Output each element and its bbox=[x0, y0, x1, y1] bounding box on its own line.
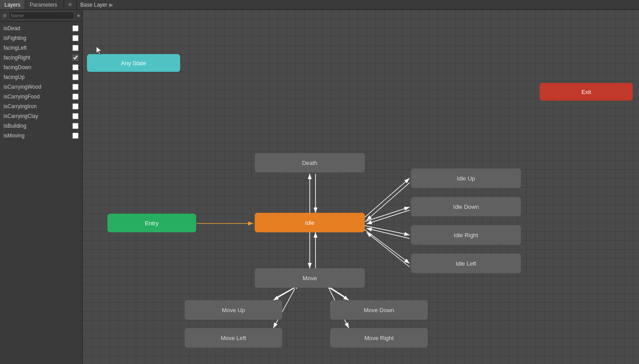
sidebar: ⊕ + isDeadisFightingfacingLeftfacingRigh… bbox=[0, 10, 83, 364]
idle-up-node[interactable]: Idle Up bbox=[411, 168, 521, 188]
main-layout: ⊕ + isDeadisFightingfacingLeftfacingRigh… bbox=[0, 10, 639, 364]
param-label-facingUp: facingUp bbox=[4, 74, 72, 80]
param-label-isMoving: isMoving bbox=[4, 133, 72, 139]
param-row-isCarryingClay: isCarryingClay bbox=[0, 111, 82, 121]
canvas-area[interactable]: Any State Exit Entry Idle Death Move Mov… bbox=[83, 10, 639, 364]
death-state-node[interactable]: Death bbox=[255, 153, 365, 172]
idle-state-node[interactable]: Idle bbox=[255, 213, 365, 232]
idle-down-node[interactable]: Idle Down bbox=[411, 197, 521, 216]
param-label-isDead: isDead bbox=[4, 25, 72, 31]
param-checkbox-isFighting[interactable] bbox=[72, 35, 79, 41]
param-checkbox-facingRight[interactable] bbox=[72, 55, 79, 61]
add-param-button[interactable]: + bbox=[76, 12, 81, 19]
param-row-isBuilding: isBuilding bbox=[0, 121, 82, 131]
tab-layers[interactable]: Layers bbox=[0, 0, 25, 9]
move-state-node[interactable]: Move bbox=[255, 268, 365, 288]
param-label-isBuilding: isBuilding bbox=[4, 123, 72, 129]
move-right-node[interactable]: Move Right bbox=[330, 328, 428, 348]
entry-state-node[interactable]: Entry bbox=[107, 214, 196, 232]
param-row-facingDown: facingDown bbox=[0, 63, 82, 72]
move-up-node[interactable]: Move Up bbox=[185, 300, 282, 320]
sidebar-search-bar: ⊕ + bbox=[0, 10, 82, 22]
move-left-node[interactable]: Move Left bbox=[185, 328, 282, 348]
param-label-isCarryingIron: isCarryingIron bbox=[4, 103, 72, 110]
param-row-isCarryingIron: isCarryingIron bbox=[0, 102, 82, 111]
any-state-node[interactable]: Any State bbox=[87, 54, 180, 72]
param-label-facingDown: facingDown bbox=[4, 64, 72, 70]
idle-right-node[interactable]: Idle Right bbox=[411, 225, 521, 245]
param-row-facingUp: facingUp bbox=[0, 72, 82, 82]
param-checkbox-facingUp[interactable] bbox=[72, 74, 79, 80]
search-icon: ⊕ bbox=[3, 13, 7, 19]
param-row-facingRight: facingRight bbox=[0, 53, 82, 63]
param-checkbox-isCarryingClay[interactable] bbox=[72, 113, 79, 119]
params-list: isDeadisFightingfacingLeftfacingRightfac… bbox=[0, 22, 82, 364]
param-checkbox-facingLeft[interactable] bbox=[72, 45, 79, 51]
breadcrumb-arrow: ▶ bbox=[109, 2, 113, 8]
tab-parameters[interactable]: Parameters bbox=[25, 0, 62, 9]
param-row-facingLeft: facingLeft bbox=[0, 43, 82, 53]
param-row-isMoving: isMoving bbox=[0, 131, 82, 141]
param-label-isFighting: isFighting bbox=[4, 35, 72, 41]
param-checkbox-isCarryingFood[interactable] bbox=[72, 94, 79, 100]
param-row-isFighting: isFighting bbox=[0, 33, 82, 43]
param-row-isCarryingWood: isCarryingWood bbox=[0, 82, 82, 92]
param-label-facingRight: facingRight bbox=[4, 55, 72, 61]
search-input[interactable] bbox=[8, 12, 74, 20]
eye-icon[interactable]: 👁 bbox=[66, 2, 75, 8]
param-checkbox-isCarryingIron[interactable] bbox=[72, 103, 79, 110]
param-checkbox-isBuilding[interactable] bbox=[72, 123, 79, 129]
param-label-isCarryingFood: isCarryingFood bbox=[4, 94, 72, 100]
move-down-node[interactable]: Move Down bbox=[330, 300, 428, 320]
idle-left-node[interactable]: Idle Left bbox=[411, 254, 521, 273]
param-checkbox-isCarryingWood[interactable] bbox=[72, 84, 79, 90]
breadcrumb: Base Layer ▶ bbox=[77, 2, 118, 8]
param-label-isCarryingClay: isCarryingClay bbox=[4, 113, 72, 119]
exit-state-node[interactable]: Exit bbox=[540, 83, 633, 101]
param-row-isDead: isDead bbox=[0, 23, 82, 33]
top-bar: Layers Parameters 👁 Base Layer ▶ bbox=[0, 0, 639, 10]
param-row-isCarryingFood: isCarryingFood bbox=[0, 92, 82, 102]
param-label-isCarryingWood: isCarryingWood bbox=[4, 84, 72, 90]
param-label-facingLeft: facingLeft bbox=[4, 45, 72, 51]
param-checkbox-facingDown[interactable] bbox=[72, 64, 79, 70]
param-checkbox-isMoving[interactable] bbox=[72, 133, 79, 139]
param-checkbox-isDead[interactable] bbox=[72, 25, 79, 31]
